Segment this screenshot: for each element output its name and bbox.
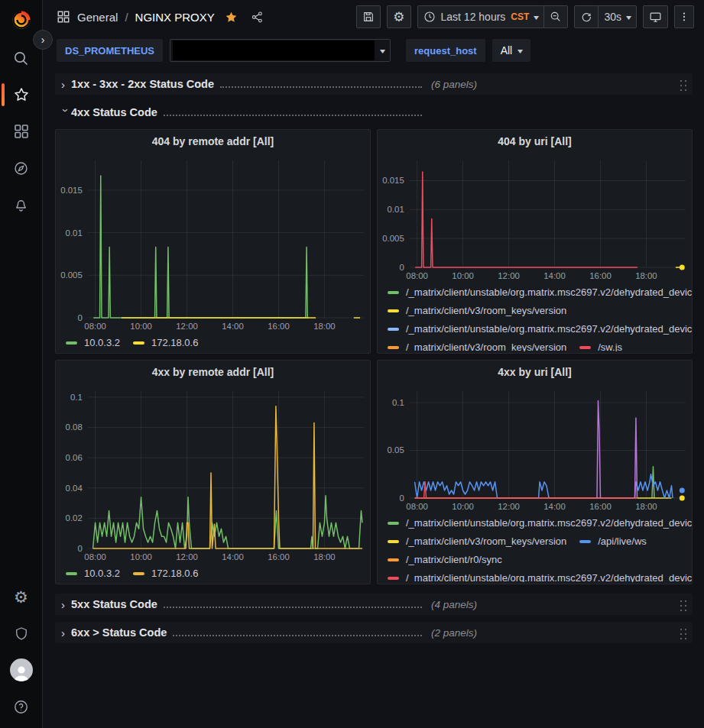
row-4xx-status-code[interactable]: › 4xx Status Code — [55, 102, 693, 123]
row-6xx-status-code[interactable]: › 6xx > Status Code (2 panels) — [55, 622, 693, 643]
variable-value-ds-prometheus[interactable]: ▾ — [170, 39, 391, 62]
question-icon — [13, 699, 29, 715]
chart-canvas[interactable]: 08:0010:0012:0014:0016:0018:0000.0050.01… — [56, 153, 370, 333]
drag-handle-icon[interactable] — [678, 78, 687, 91]
chart-canvas[interactable]: 08:0010:0012:0014:0016:0018:0000.020.040… — [56, 383, 370, 564]
svg-text:12:00: 12:00 — [176, 552, 198, 561]
legend-item[interactable]: /sw.js — [579, 338, 622, 351]
panel-4xx-by-remote-addr-all: 4xx by remote addr [All]08:0010:0012:001… — [55, 360, 371, 584]
sidebar-item-starred[interactable] — [0, 76, 43, 113]
chart-canvas[interactable]: 08:0010:0012:0014:0016:0018:0000.050.1 — [378, 383, 692, 513]
row-panel-count: (4 panels) — [431, 599, 477, 610]
legend-item[interactable]: /_matrix/client/v3/room_keys/version — [388, 532, 566, 551]
legend-swatch — [133, 341, 144, 345]
legend-item[interactable]: /_matrix/client/v3/room_keys/version — [388, 302, 566, 320]
tv-mode-button[interactable] — [643, 5, 668, 28]
svg-text:0.01: 0.01 — [66, 228, 83, 238]
legend-item[interactable]: 10.0.3.2 — [66, 334, 120, 352]
svg-text:0.005: 0.005 — [60, 270, 83, 280]
dotted-leader — [164, 607, 422, 608]
sidebar-expand-button[interactable]: › — [33, 30, 53, 50]
svg-text:12:00: 12:00 — [498, 271, 520, 280]
legend-label: /_matrix/client/v3/room_keys/version — [406, 532, 566, 551]
kebab-menu-button[interactable] — [674, 5, 694, 28]
legend-item[interactable]: /_matrix/client/unstable/org.matrix.msc2… — [388, 320, 692, 338]
svg-text:16:00: 16:00 — [589, 271, 612, 280]
legend-item[interactable]: 172.18.0.6 — [133, 565, 198, 583]
sidebar-item-profile[interactable] — [0, 652, 43, 688]
legend-label: /_matrix/client/unstable/org.matrix.msc2… — [406, 569, 692, 582]
row-5xx-status-code[interactable]: › 5xx Status Code (4 panels) — [55, 594, 693, 615]
svg-text:10:00: 10:00 — [452, 502, 474, 511]
variable-label-request-host: request_host — [406, 39, 485, 62]
legend-item[interactable]: /_matrix/client/v3/room_keys/version — [388, 338, 566, 351]
dashboard-settings-button[interactable]: ⚙ — [387, 5, 410, 28]
legend-label: /_matrix/client/unstable/org.matrix.msc2… — [406, 320, 692, 338]
breadcrumb-section[interactable]: General — [77, 11, 118, 24]
svg-text:0.02: 0.02 — [66, 513, 83, 523]
legend-item[interactable]: 172.18.0.6 — [133, 334, 198, 352]
compass-icon — [13, 160, 29, 176]
row-title: 5xx Status Code — [71, 598, 157, 610]
refresh-interval-picker[interactable]: 30s ▾ — [599, 5, 637, 28]
svg-text:0.005: 0.005 — [382, 234, 404, 243]
sidebar-item-help[interactable] — [0, 688, 43, 725]
variable-value-request-host[interactable]: All ▾ — [492, 39, 531, 62]
legend-swatch — [388, 309, 399, 312]
chart-canvas[interactable]: 08:0010:0012:0014:0016:0018:0000.0050.01… — [378, 153, 692, 283]
breadcrumb: General / NGINX PROXY — [57, 10, 264, 24]
sidebar-item-server-admin[interactable] — [0, 615, 43, 652]
legend-item[interactable]: /_matrix/client/unstable/org.matrix.msc2… — [388, 569, 692, 582]
favorite-star-icon[interactable] — [225, 11, 238, 24]
breadcrumb-separator: / — [125, 11, 128, 24]
sidebar-item-alerting[interactable] — [0, 186, 43, 223]
row-title: 1xx - 3xx - 2xx Status Code — [71, 78, 214, 90]
share-icon[interactable] — [251, 11, 264, 24]
timezone-label: CST — [511, 11, 529, 22]
svg-text:14:00: 14:00 — [222, 322, 244, 331]
svg-text:0.01: 0.01 — [388, 205, 404, 214]
legend-item[interactable]: /api/live/ws — [579, 532, 647, 551]
avatar — [10, 658, 33, 681]
legend-swatch — [388, 291, 399, 294]
refresh-button[interactable] — [574, 5, 599, 28]
svg-text:16:00: 16:00 — [268, 552, 290, 561]
svg-text:16:00: 16:00 — [268, 322, 290, 331]
svg-text:18:00: 18:00 — [635, 502, 657, 511]
sidebar-item-settings[interactable]: ⚙ — [0, 578, 43, 615]
drag-handle-icon[interactable] — [678, 626, 687, 639]
legend-swatch — [388, 328, 399, 331]
legend-swatch — [388, 577, 399, 580]
time-range-label: Last 12 hours — [441, 11, 506, 23]
row-title: 6xx > Status Code — [71, 626, 167, 639]
legend-item[interactable]: /_matrix/client/r0/sync — [388, 551, 502, 569]
legend-label: 172.18.0.6 — [151, 565, 198, 583]
save-dashboard-button[interactable] — [356, 5, 381, 28]
time-range-picker[interactable]: Last 12 hours CST ▾ — [417, 5, 545, 28]
drag-handle-icon[interactable] — [678, 598, 687, 611]
clock-icon — [423, 11, 436, 23]
chevron-down-icon: ▾ — [626, 13, 631, 21]
legend-item[interactable]: /_matrix/client/unstable/org.matrix.msc2… — [388, 514, 692, 532]
breadcrumb-dashboard-title[interactable]: NGINX PROXY — [135, 11, 215, 24]
legend-swatch — [66, 341, 77, 345]
svg-text:18:00: 18:00 — [635, 271, 657, 280]
chevron-right-icon: › — [61, 78, 71, 91]
row-1xx-3xx-2xx-status-code[interactable]: › 1xx - 3xx - 2xx Status Code (6 panels) — [55, 73, 693, 95]
panel-title[interactable]: 404 by uri [All] — [378, 130, 692, 153]
panel-title[interactable]: 4xx by uri [All] — [378, 361, 692, 383]
sidebar-item-explore[interactable] — [0, 150, 43, 186]
panel-title[interactable]: 4xx by remote addr [All] — [56, 361, 370, 383]
zoom-out-button[interactable] — [544, 5, 568, 28]
sidebar-item-dashboards[interactable] — [0, 113, 43, 150]
svg-text:0.04: 0.04 — [66, 484, 83, 493]
legend-label: 10.0.3.2 — [84, 334, 120, 352]
panel-title[interactable]: 404 by remote addr [All] — [56, 130, 370, 153]
legend-swatch — [388, 558, 399, 561]
svg-text:10:00: 10:00 — [452, 271, 474, 280]
top-navbar: General / NGINX PROXY — [44, 0, 704, 34]
legend-item[interactable]: /_matrix/client/unstable/org.matrix.msc2… — [388, 283, 692, 302]
legend-item[interactable]: 10.0.3.2 — [66, 565, 120, 583]
svg-text:0.015: 0.015 — [60, 186, 83, 195]
svg-text:12:00: 12:00 — [176, 322, 198, 331]
